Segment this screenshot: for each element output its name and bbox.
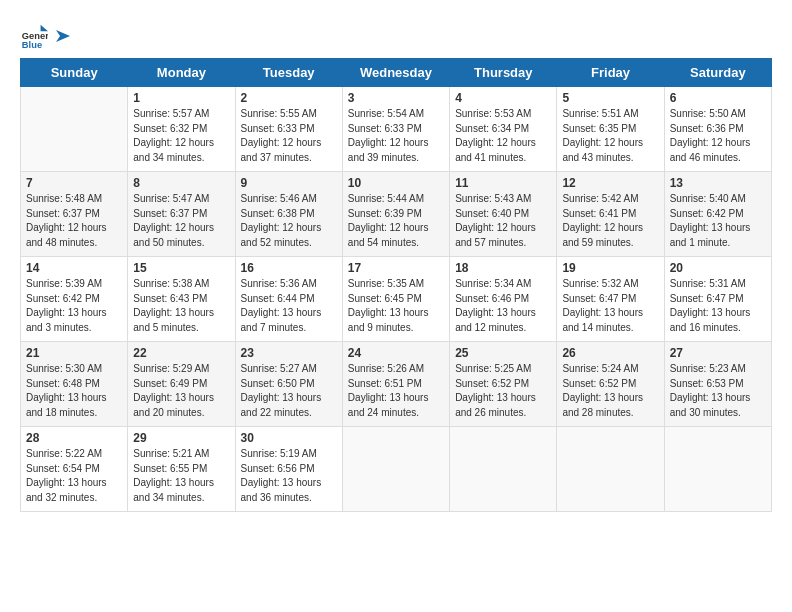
day-info: Sunrise: 5:19 AM Sunset: 6:56 PM Dayligh…	[241, 447, 337, 505]
logo-arrow-icon	[52, 26, 72, 46]
day-number: 14	[26, 261, 122, 275]
day-number: 17	[348, 261, 444, 275]
calendar-week-row: 7Sunrise: 5:48 AM Sunset: 6:37 PM Daylig…	[21, 172, 772, 257]
calendar-day-header: Monday	[128, 59, 235, 87]
calendar-cell: 16Sunrise: 5:36 AM Sunset: 6:44 PM Dayli…	[235, 257, 342, 342]
day-number: 18	[455, 261, 551, 275]
day-info: Sunrise: 5:55 AM Sunset: 6:33 PM Dayligh…	[241, 107, 337, 165]
day-info: Sunrise: 5:24 AM Sunset: 6:52 PM Dayligh…	[562, 362, 658, 420]
calendar-cell: 12Sunrise: 5:42 AM Sunset: 6:41 PM Dayli…	[557, 172, 664, 257]
day-number: 25	[455, 346, 551, 360]
day-info: Sunrise: 5:32 AM Sunset: 6:47 PM Dayligh…	[562, 277, 658, 335]
day-info: Sunrise: 5:29 AM Sunset: 6:49 PM Dayligh…	[133, 362, 229, 420]
day-info: Sunrise: 5:26 AM Sunset: 6:51 PM Dayligh…	[348, 362, 444, 420]
calendar-cell	[342, 427, 449, 512]
day-number: 15	[133, 261, 229, 275]
calendar-cell: 10Sunrise: 5:44 AM Sunset: 6:39 PM Dayli…	[342, 172, 449, 257]
day-info: Sunrise: 5:46 AM Sunset: 6:38 PM Dayligh…	[241, 192, 337, 250]
calendar-table: SundayMondayTuesdayWednesdayThursdayFrid…	[20, 58, 772, 512]
calendar-cell: 22Sunrise: 5:29 AM Sunset: 6:49 PM Dayli…	[128, 342, 235, 427]
calendar-cell: 23Sunrise: 5:27 AM Sunset: 6:50 PM Dayli…	[235, 342, 342, 427]
calendar-cell: 4Sunrise: 5:53 AM Sunset: 6:34 PM Daylig…	[450, 87, 557, 172]
day-info: Sunrise: 5:50 AM Sunset: 6:36 PM Dayligh…	[670, 107, 766, 165]
day-number: 9	[241, 176, 337, 190]
day-number: 26	[562, 346, 658, 360]
day-info: Sunrise: 5:51 AM Sunset: 6:35 PM Dayligh…	[562, 107, 658, 165]
calendar-day-header: Sunday	[21, 59, 128, 87]
logo-icon: General Blue	[20, 20, 48, 48]
day-info: Sunrise: 5:39 AM Sunset: 6:42 PM Dayligh…	[26, 277, 122, 335]
day-number: 23	[241, 346, 337, 360]
day-number: 10	[348, 176, 444, 190]
calendar-header-row: SundayMondayTuesdayWednesdayThursdayFrid…	[21, 59, 772, 87]
calendar-cell: 13Sunrise: 5:40 AM Sunset: 6:42 PM Dayli…	[664, 172, 771, 257]
day-info: Sunrise: 5:48 AM Sunset: 6:37 PM Dayligh…	[26, 192, 122, 250]
calendar-cell: 9Sunrise: 5:46 AM Sunset: 6:38 PM Daylig…	[235, 172, 342, 257]
calendar-cell: 5Sunrise: 5:51 AM Sunset: 6:35 PM Daylig…	[557, 87, 664, 172]
day-number: 8	[133, 176, 229, 190]
calendar-cell: 25Sunrise: 5:25 AM Sunset: 6:52 PM Dayli…	[450, 342, 557, 427]
calendar-week-row: 21Sunrise: 5:30 AM Sunset: 6:48 PM Dayli…	[21, 342, 772, 427]
calendar-cell: 8Sunrise: 5:47 AM Sunset: 6:37 PM Daylig…	[128, 172, 235, 257]
day-number: 1	[133, 91, 229, 105]
day-info: Sunrise: 5:25 AM Sunset: 6:52 PM Dayligh…	[455, 362, 551, 420]
day-info: Sunrise: 5:54 AM Sunset: 6:33 PM Dayligh…	[348, 107, 444, 165]
day-info: Sunrise: 5:21 AM Sunset: 6:55 PM Dayligh…	[133, 447, 229, 505]
day-number: 28	[26, 431, 122, 445]
calendar-cell: 29Sunrise: 5:21 AM Sunset: 6:55 PM Dayli…	[128, 427, 235, 512]
day-number: 3	[348, 91, 444, 105]
calendar-cell: 30Sunrise: 5:19 AM Sunset: 6:56 PM Dayli…	[235, 427, 342, 512]
day-info: Sunrise: 5:47 AM Sunset: 6:37 PM Dayligh…	[133, 192, 229, 250]
day-info: Sunrise: 5:34 AM Sunset: 6:46 PM Dayligh…	[455, 277, 551, 335]
calendar-week-row: 28Sunrise: 5:22 AM Sunset: 6:54 PM Dayli…	[21, 427, 772, 512]
calendar-day-header: Saturday	[664, 59, 771, 87]
day-info: Sunrise: 5:35 AM Sunset: 6:45 PM Dayligh…	[348, 277, 444, 335]
calendar-day-header: Tuesday	[235, 59, 342, 87]
svg-text:Blue: Blue	[22, 40, 42, 48]
day-info: Sunrise: 5:36 AM Sunset: 6:44 PM Dayligh…	[241, 277, 337, 335]
calendar-cell	[450, 427, 557, 512]
day-info: Sunrise: 5:57 AM Sunset: 6:32 PM Dayligh…	[133, 107, 229, 165]
day-number: 27	[670, 346, 766, 360]
svg-marker-1	[41, 25, 48, 32]
page-header: General Blue	[20, 20, 772, 48]
calendar-cell: 14Sunrise: 5:39 AM Sunset: 6:42 PM Dayli…	[21, 257, 128, 342]
calendar-cell: 6Sunrise: 5:50 AM Sunset: 6:36 PM Daylig…	[664, 87, 771, 172]
calendar-cell: 15Sunrise: 5:38 AM Sunset: 6:43 PM Dayli…	[128, 257, 235, 342]
day-info: Sunrise: 5:31 AM Sunset: 6:47 PM Dayligh…	[670, 277, 766, 335]
logo: General Blue	[20, 20, 72, 48]
calendar-cell	[557, 427, 664, 512]
day-number: 16	[241, 261, 337, 275]
calendar-cell: 27Sunrise: 5:23 AM Sunset: 6:53 PM Dayli…	[664, 342, 771, 427]
calendar-cell: 7Sunrise: 5:48 AM Sunset: 6:37 PM Daylig…	[21, 172, 128, 257]
day-info: Sunrise: 5:27 AM Sunset: 6:50 PM Dayligh…	[241, 362, 337, 420]
calendar-cell: 11Sunrise: 5:43 AM Sunset: 6:40 PM Dayli…	[450, 172, 557, 257]
calendar-week-row: 1Sunrise: 5:57 AM Sunset: 6:32 PM Daylig…	[21, 87, 772, 172]
day-number: 29	[133, 431, 229, 445]
calendar-day-header: Wednesday	[342, 59, 449, 87]
calendar-cell: 2Sunrise: 5:55 AM Sunset: 6:33 PM Daylig…	[235, 87, 342, 172]
day-info: Sunrise: 5:22 AM Sunset: 6:54 PM Dayligh…	[26, 447, 122, 505]
day-info: Sunrise: 5:38 AM Sunset: 6:43 PM Dayligh…	[133, 277, 229, 335]
calendar-cell: 21Sunrise: 5:30 AM Sunset: 6:48 PM Dayli…	[21, 342, 128, 427]
day-info: Sunrise: 5:30 AM Sunset: 6:48 PM Dayligh…	[26, 362, 122, 420]
calendar-cell: 28Sunrise: 5:22 AM Sunset: 6:54 PM Dayli…	[21, 427, 128, 512]
calendar-day-header: Friday	[557, 59, 664, 87]
calendar-week-row: 14Sunrise: 5:39 AM Sunset: 6:42 PM Dayli…	[21, 257, 772, 342]
calendar-day-header: Thursday	[450, 59, 557, 87]
calendar-cell: 20Sunrise: 5:31 AM Sunset: 6:47 PM Dayli…	[664, 257, 771, 342]
calendar-cell	[664, 427, 771, 512]
day-number: 22	[133, 346, 229, 360]
calendar-cell: 17Sunrise: 5:35 AM Sunset: 6:45 PM Dayli…	[342, 257, 449, 342]
day-number: 21	[26, 346, 122, 360]
calendar-cell: 19Sunrise: 5:32 AM Sunset: 6:47 PM Dayli…	[557, 257, 664, 342]
calendar-cell	[21, 87, 128, 172]
day-number: 5	[562, 91, 658, 105]
day-info: Sunrise: 5:42 AM Sunset: 6:41 PM Dayligh…	[562, 192, 658, 250]
calendar-cell: 1Sunrise: 5:57 AM Sunset: 6:32 PM Daylig…	[128, 87, 235, 172]
day-number: 6	[670, 91, 766, 105]
day-number: 4	[455, 91, 551, 105]
svg-marker-3	[56, 30, 70, 42]
day-info: Sunrise: 5:23 AM Sunset: 6:53 PM Dayligh…	[670, 362, 766, 420]
day-number: 24	[348, 346, 444, 360]
